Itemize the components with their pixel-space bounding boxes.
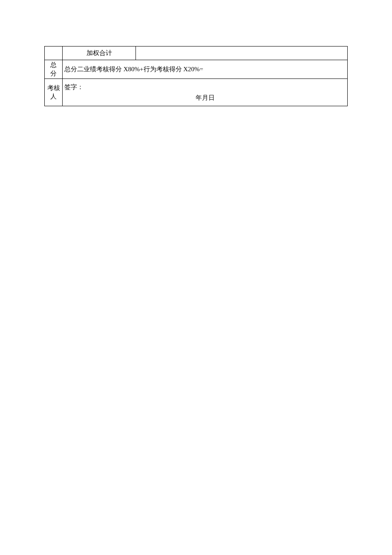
row1-value-cell (136, 46, 348, 60)
assessor-label-char1: 考核 (45, 84, 62, 93)
total-score-label-char2: 分 (45, 70, 62, 78)
assessment-table: 加权合计 总 分 总分二业绩考核得分 X80%+行为考核得分 X20%= 考核 … (44, 46, 348, 106)
total-score-label-cell: 总 分 (45, 60, 63, 79)
total-score-formula-cell: 总分二业绩考核得分 X80%+行为考核得分 X20%= (63, 60, 348, 79)
assessor-label-cell: 考核 人 (45, 79, 63, 106)
date-label: 年月日 (64, 94, 346, 102)
weighted-total-label: 加权合计 (86, 49, 112, 56)
document-page: 加权合计 总 分 总分二业绩考核得分 X80%+行为考核得分 X20%= 考核 … (0, 0, 392, 106)
total-score-label-char1: 总 (45, 61, 62, 70)
row1-label-cell (45, 46, 63, 60)
weighted-total-cell: 加权合计 (63, 46, 136, 60)
table-row: 加权合计 (45, 46, 348, 60)
assessor-label-char2: 人 (45, 93, 62, 101)
signature-label: 签字： (64, 83, 346, 91)
table-row: 考核 人 签字： 年月日 (45, 79, 348, 106)
total-score-formula: 总分二业绩考核得分 X80%+行为考核得分 X20%= (64, 66, 203, 73)
assessor-content-cell: 签字： 年月日 (63, 79, 348, 106)
table-row: 总 分 总分二业绩考核得分 X80%+行为考核得分 X20%= (45, 60, 348, 79)
